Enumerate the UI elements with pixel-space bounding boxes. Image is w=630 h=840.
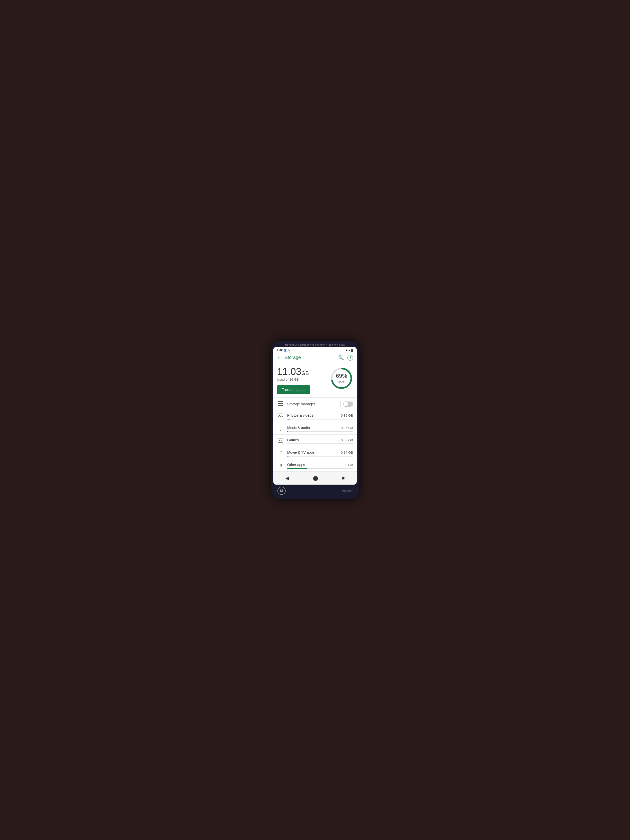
storage-summary: 11.03GB Used of 16 GB Free up space 69% … xyxy=(273,363,357,397)
photos-videos-size: 0.39 GB xyxy=(341,414,353,417)
storage-amount: 11.03GB xyxy=(277,367,310,376)
storage-manager-item[interactable]: Storage manager xyxy=(273,397,357,410)
person-icon: 👤 xyxy=(284,349,287,352)
music-audio-item[interactable]: ♩ Music & audio 0.06 GB xyxy=(273,422,357,434)
photos-icon xyxy=(277,414,284,420)
svg-rect-3 xyxy=(278,403,283,404)
nav-home-button[interactable]: ⬤ xyxy=(309,474,322,482)
storage-manager-label: Storage manager xyxy=(287,402,315,406)
nav-recents-button[interactable]: ■ xyxy=(338,475,349,482)
movie-tv-label: Movie & TV apps xyxy=(287,450,314,455)
movie-icon xyxy=(277,451,284,456)
storage-manager-toggle[interactable] xyxy=(341,401,353,407)
movie-tv-size: 0.14 GB xyxy=(341,451,353,455)
storage-manager-icon xyxy=(277,401,284,407)
other-apps-bar xyxy=(287,468,307,469)
signal-icon: ▲ xyxy=(348,349,351,352)
svg-point-11 xyxy=(282,441,282,441)
music-icon: ♩ xyxy=(277,426,284,432)
moto-logo: M xyxy=(278,487,286,495)
other-apps-item[interactable]: ⠿ Other apps 3.0 GB xyxy=(273,459,357,472)
status-bar: 1:32 👤 ▷ ▾ ▲ ▓ xyxy=(273,347,357,352)
svg-rect-4 xyxy=(278,405,283,406)
nav-back-button[interactable]: ◀ xyxy=(281,474,293,482)
storage-description: Used of 16 GB xyxy=(277,377,310,381)
free-up-space-button[interactable]: Free up space xyxy=(277,385,310,394)
svg-point-10 xyxy=(281,440,282,441)
screen: 1:32 👤 ▷ ▾ ▲ ▓ ← Storage 🔍 ? 11.03GB xyxy=(273,347,357,485)
cast-icon: ▷ xyxy=(288,349,290,352)
games-item[interactable]: Games 0.00 GB xyxy=(273,434,357,447)
build-info: 0405-02000 xyxy=(341,490,352,492)
svg-rect-5 xyxy=(278,414,283,418)
phone-frame: MOTOROLA CONFIDENTIAL PROPERTY: NOT FOR … xyxy=(271,341,359,499)
music-audio-size: 0.06 GB xyxy=(341,426,353,430)
games-icon xyxy=(277,439,284,444)
movie-tv-item[interactable]: Movie & TV apps 0.14 GB xyxy=(273,447,357,459)
toolbar: ← Storage 🔍 ? xyxy=(273,352,357,363)
wifi-icon: ▾ xyxy=(346,349,347,352)
svg-rect-12 xyxy=(278,451,283,455)
status-time: 1:32 xyxy=(277,349,283,352)
phone-label: MOTOROLA CONFIDENTIAL PROPERTY: NOT FOR … xyxy=(273,344,357,346)
storage-circle-chart: 69% used xyxy=(330,367,353,390)
search-icon[interactable]: 🔍 xyxy=(338,355,344,360)
phone-bottom: M 0405-02000 xyxy=(273,485,357,496)
back-button[interactable]: ← xyxy=(277,355,282,360)
music-audio-label: Music & audio xyxy=(287,426,310,430)
photos-videos-bar xyxy=(287,419,290,420)
circle-label: used xyxy=(338,381,344,384)
svg-rect-2 xyxy=(278,401,283,402)
storage-list: Storage manager xyxy=(273,397,357,472)
nav-bar: ◀ ⬤ ■ xyxy=(273,472,357,485)
games-label: Games xyxy=(287,438,299,442)
other-apps-size: 3.0 GB xyxy=(343,463,353,467)
other-apps-icon: ⠿ xyxy=(277,464,284,468)
other-apps-label: Other apps xyxy=(287,463,305,467)
circle-percent: 69% xyxy=(336,373,347,379)
page-title: Storage xyxy=(285,355,338,360)
help-icon[interactable]: ? xyxy=(347,355,353,360)
photos-videos-label: Photos & videos xyxy=(287,413,313,417)
photos-videos-item[interactable]: Photos & videos 0.39 GB xyxy=(273,410,357,422)
games-size: 0.00 GB xyxy=(341,438,353,442)
movie-tv-bar xyxy=(287,456,289,456)
music-audio-bar xyxy=(287,431,288,432)
battery-icon: ▓ xyxy=(351,349,353,352)
